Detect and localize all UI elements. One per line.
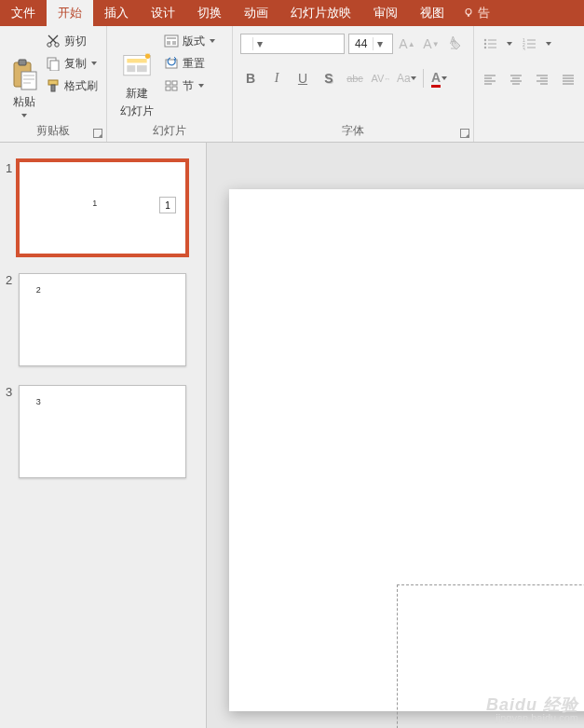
align-center-icon bbox=[509, 73, 523, 86]
new-slide-label2: 幻灯片 bbox=[120, 103, 154, 119]
slide-page-number: 1 bbox=[159, 197, 176, 213]
svg-rect-13 bbox=[128, 65, 136, 72]
slide-content-label: 3 bbox=[36, 397, 41, 406]
paste-label: 粘贴 bbox=[13, 94, 35, 110]
svg-rect-8 bbox=[50, 61, 59, 71]
copy-button[interactable]: 复制 bbox=[43, 52, 101, 75]
slide-canvas[interactable] bbox=[207, 143, 584, 728]
new-slide-icon bbox=[122, 52, 152, 80]
tab-file[interactable]: 文件 bbox=[0, 0, 47, 26]
svg-rect-1 bbox=[468, 15, 469, 17]
reset-button[interactable]: 重置 bbox=[161, 52, 219, 75]
dropdown-icon: ▾ bbox=[252, 37, 265, 50]
text-shadow-button[interactable]: S bbox=[319, 68, 339, 89]
ribbon: 粘贴 剪切 复制 格式刷 剪贴板 bbox=[0, 26, 584, 143]
tab-home[interactable]: 开始 bbox=[47, 0, 93, 26]
new-slide-label1: 新建 bbox=[126, 86, 148, 102]
numbering-icon: 123 bbox=[522, 37, 536, 50]
svg-rect-23 bbox=[172, 81, 177, 85]
svg-rect-19 bbox=[172, 41, 176, 45]
svg-rect-14 bbox=[137, 65, 147, 72]
align-right-button[interactable] bbox=[532, 69, 552, 89]
decrease-font-button[interactable]: A▼ bbox=[421, 34, 441, 54]
svg-point-26 bbox=[484, 39, 486, 41]
bold-button[interactable]: B bbox=[240, 68, 261, 89]
text-placeholder[interactable] bbox=[397, 584, 584, 728]
font-size-combo[interactable]: 44 ▾ bbox=[348, 34, 393, 54]
slide-number: 2 bbox=[6, 273, 19, 366]
dropdown-icon bbox=[441, 75, 448, 82]
svg-text:A: A bbox=[450, 36, 456, 46]
copy-label: 复制 bbox=[64, 56, 87, 72]
tab-review[interactable]: 审阅 bbox=[362, 0, 409, 26]
tell-me[interactable]: 告 bbox=[455, 0, 490, 26]
bullets-icon bbox=[482, 37, 497, 50]
slide-thumbnail-3[interactable]: 3 3 bbox=[0, 383, 206, 495]
italic-button[interactable]: I bbox=[266, 68, 287, 89]
slide-number: 1 bbox=[6, 161, 19, 254]
copy-dropdown-icon bbox=[90, 60, 98, 67]
strikethrough-button[interactable]: abc bbox=[345, 68, 365, 89]
clear-format-button[interactable]: A bbox=[445, 34, 466, 54]
thumbnail-preview: 3 bbox=[19, 385, 186, 478]
svg-point-27 bbox=[484, 43, 486, 45]
paste-button[interactable]: 粘贴 bbox=[6, 30, 43, 121]
group-font: ▾ 44 ▾ A▲ A▼ A B I U S abc AV↔ bbox=[233, 26, 474, 142]
group-clipboard: 粘贴 剪切 复制 格式刷 剪贴板 bbox=[0, 26, 107, 142]
layout-dropdown-icon bbox=[209, 37, 216, 45]
group-slides: 新建 幻灯片 版式 重置 节 幻灯片 bbox=[107, 26, 233, 142]
tab-view[interactable]: 视图 bbox=[409, 0, 455, 26]
svg-point-5 bbox=[48, 43, 51, 47]
char-spacing-button[interactable]: AV↔ bbox=[371, 68, 391, 89]
ribbon-tabbar: 文件 开始 插入 设计 切换 动画 幻灯片放映 审阅 视图 告 bbox=[0, 0, 584, 26]
current-slide[interactable] bbox=[229, 189, 584, 711]
tab-design[interactable]: 设计 bbox=[140, 0, 186, 26]
dropdown-icon bbox=[506, 40, 513, 48]
layout-icon bbox=[164, 34, 179, 48]
tab-transition[interactable]: 切换 bbox=[186, 0, 233, 26]
svg-rect-12 bbox=[128, 59, 147, 62]
increase-font-button[interactable]: A▲ bbox=[397, 34, 417, 54]
font-launcher[interactable] bbox=[460, 129, 469, 138]
svg-point-28 bbox=[484, 47, 486, 48]
section-dropdown-icon bbox=[197, 82, 205, 89]
paste-dropdown-icon bbox=[20, 112, 28, 119]
slide-thumbnail-1[interactable]: 1 1 1 bbox=[0, 159, 206, 271]
svg-rect-18 bbox=[167, 41, 170, 45]
workspace: 1 1 1 2 2 3 3 bbox=[0, 143, 584, 728]
thumbnail-preview: 2 bbox=[19, 273, 186, 366]
tab-animation[interactable]: 动画 bbox=[233, 0, 279, 26]
font-name-combo[interactable]: ▾ bbox=[240, 34, 345, 54]
change-case-button[interactable]: Aa bbox=[397, 68, 417, 89]
align-justify-icon bbox=[561, 73, 576, 86]
align-left-icon bbox=[482, 73, 497, 86]
tab-slideshow[interactable]: 幻灯片放映 bbox=[279, 0, 362, 26]
dropdown-icon bbox=[411, 75, 417, 82]
layout-button[interactable]: 版式 bbox=[161, 30, 219, 52]
reset-label: 重置 bbox=[183, 56, 205, 72]
font-group-label: 字体 bbox=[233, 121, 473, 142]
reset-icon bbox=[164, 57, 179, 70]
align-center-button[interactable] bbox=[506, 69, 526, 89]
underline-button[interactable]: U bbox=[292, 68, 313, 89]
new-slide-button[interactable]: 新建 幻灯片 bbox=[113, 30, 161, 121]
painter-label: 格式刷 bbox=[64, 78, 98, 94]
numbering-button[interactable]: 123 bbox=[519, 34, 539, 54]
slide-content-label: 2 bbox=[36, 285, 41, 295]
section-button[interactable]: 节 bbox=[161, 75, 219, 97]
slide-thumbnail-panel: 1 1 1 2 2 3 3 bbox=[0, 143, 207, 728]
lightbulb-icon bbox=[463, 7, 474, 19]
slide-content-label: 1 bbox=[92, 199, 97, 208]
svg-point-6 bbox=[55, 43, 59, 47]
font-color-button[interactable]: A bbox=[429, 68, 450, 89]
tab-insert[interactable]: 插入 bbox=[93, 0, 140, 26]
eraser-icon: A bbox=[448, 36, 463, 51]
section-label: 节 bbox=[183, 78, 194, 94]
align-left-button[interactable] bbox=[480, 69, 500, 89]
cut-button[interactable]: 剪切 bbox=[43, 30, 101, 52]
format-painter-button[interactable]: 格式刷 bbox=[43, 75, 101, 97]
align-justify-button[interactable] bbox=[558, 69, 578, 89]
clipboard-launcher[interactable] bbox=[93, 129, 102, 138]
bullets-button[interactable] bbox=[480, 34, 500, 54]
slide-thumbnail-2[interactable]: 2 2 bbox=[0, 271, 206, 383]
